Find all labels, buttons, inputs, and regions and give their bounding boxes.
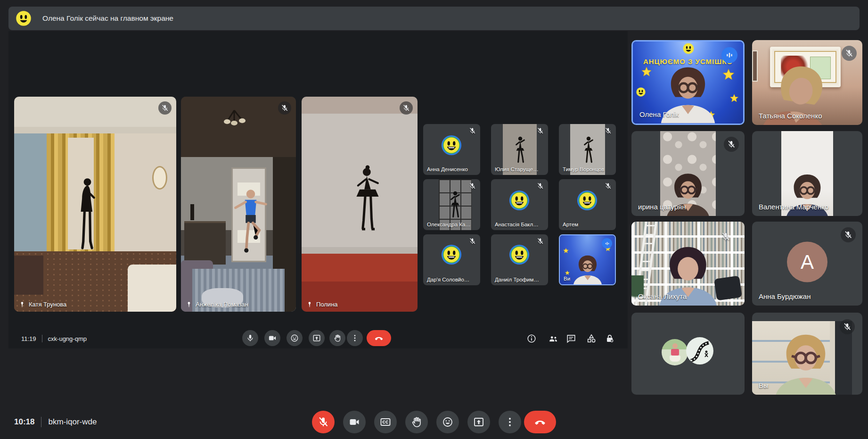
present-icon	[473, 416, 484, 428]
grid-tile-anna-denysenko[interactable]: Анна Денисенко	[423, 124, 480, 175]
grid-tile-anastasiya[interactable]: Анастасія Бакл…	[491, 179, 548, 230]
emoji-icon	[290, 334, 299, 342]
equalizer-icon	[725, 50, 734, 60]
raise-hand-icon	[333, 334, 342, 342]
grid-tile-oleksandra[interactable]: Олександра Ка…	[423, 179, 480, 230]
sidebar-tile-valentyna[interactable]: Валентина Марченко	[752, 131, 862, 216]
smiley-avatar	[508, 190, 530, 211]
muted-mic-badge	[842, 46, 857, 61]
pin-icon	[306, 301, 313, 308]
inner-present-button[interactable]	[309, 330, 325, 346]
star-decor	[721, 68, 736, 82]
video-polina	[302, 97, 418, 312]
pinned-tile-polina[interactable]: Полина	[302, 97, 418, 312]
katya-figure	[69, 161, 102, 272]
mic-off-icon	[537, 182, 544, 190]
muted-mic-badge	[278, 101, 291, 115]
inner-camera-button[interactable]	[264, 330, 280, 346]
muted-mic-badge	[841, 227, 856, 242]
mic-off-icon	[721, 232, 730, 241]
participant-name: Вы	[759, 381, 769, 389]
speaking-indicator	[602, 238, 612, 248]
self-bust	[570, 252, 605, 285]
participant-name: Полина	[316, 301, 338, 308]
end-call-icon	[374, 333, 384, 343]
group-avatar-logo	[686, 337, 713, 364]
chat-panel-icon[interactable]	[566, 333, 576, 344]
end-call-icon	[534, 416, 546, 428]
mic-off-icon	[537, 127, 544, 134]
mic-off-icon	[537, 238, 544, 245]
camera-button[interactable]	[343, 411, 366, 433]
grid-tile-yuliya[interactable]: Юлия Старуще…	[491, 124, 548, 175]
grid-tile-danyil[interactable]: Даниіл Трофим…	[491, 234, 548, 285]
star-decor	[729, 93, 739, 104]
divider	[41, 417, 41, 427]
sidebar-tile-group[interactable]	[631, 313, 745, 395]
people-panel-icon[interactable]	[548, 333, 558, 344]
sidebar-tile-tatyana[interactable]: Татьяна Соколенко	[752, 40, 862, 125]
dancer-figure	[447, 186, 463, 226]
participant-name: ирина цатурян	[638, 203, 686, 211]
mic-off-icon	[605, 127, 612, 134]
presenting-banner: Олена Голік сейчас на главном экране	[8, 7, 860, 30]
inner-raise-hand-button[interactable]	[329, 330, 345, 346]
mic-off-icon	[844, 231, 852, 239]
speaking-indicator	[721, 47, 737, 63]
inner-mic-button[interactable]	[242, 330, 258, 346]
mic-off-icon	[281, 104, 288, 112]
camera-icon	[268, 334, 277, 342]
mic-off-icon	[402, 104, 410, 112]
sidebar-tile-self[interactable]: Вы	[752, 313, 862, 395]
screen-share-region[interactable]: Катя Трунова	[8, 31, 628, 348]
present-button[interactable]	[467, 411, 490, 433]
captions-button[interactable]	[374, 411, 397, 433]
inner-more-button[interactable]	[347, 330, 363, 346]
captions-icon	[380, 416, 391, 428]
sidebar-tile-anna-burdiuzhan[interactable]: A Анна Бурдюжан	[752, 222, 862, 306]
end-call-button[interactable]	[524, 411, 556, 433]
group-avatar-photo	[662, 339, 688, 365]
meeting-details-icon[interactable]	[526, 333, 537, 344]
inner-emoji-button[interactable]	[287, 330, 303, 346]
equalizer-icon	[604, 240, 610, 247]
mic-off-icon	[469, 182, 476, 190]
mic-off-icon	[605, 182, 612, 190]
pinned-tile-anzhelika[interactable]: Анжеліка Помазан	[181, 97, 296, 312]
sidebar-tile-olena[interactable]: АНЦЮЄМО З УСМІШКО Олена Голік	[631, 40, 745, 125]
raise-hand-icon	[410, 416, 423, 428]
presenting-banner-text: Олена Голік сейчас на главном экране	[42, 14, 173, 23]
smiley-decor	[682, 42, 695, 55]
smiley-avatar	[576, 190, 598, 211]
more-options-button[interactable]	[499, 411, 521, 433]
presenter-smiley-avatar	[15, 10, 32, 27]
emoji-button[interactable]	[436, 411, 459, 433]
meet-window: Олена Голік сейчас на главном экране	[0, 0, 868, 439]
grid-tile-self[interactable]: Ви	[559, 234, 616, 285]
mic-off-icon	[843, 323, 852, 331]
grid-tile-tymur[interactable]: Тимур Воронцов	[559, 124, 616, 175]
inner-end-call-button[interactable]	[367, 330, 391, 346]
divider	[42, 335, 42, 342]
pin-icon	[19, 301, 25, 308]
ceiling-lamp	[221, 109, 247, 128]
mic-button-muted[interactable]	[312, 411, 335, 433]
letter-avatar: A	[787, 242, 827, 282]
mic-off-icon	[318, 416, 329, 428]
muted-mic-badge	[158, 101, 172, 115]
anzhelika-figure	[229, 182, 272, 272]
activities-icon[interactable]	[586, 333, 597, 344]
grid-tile-darya[interactable]: Дар'я Соловйо…	[423, 234, 480, 285]
pinned-tile-katya[interactable]: Катя Трунова	[14, 97, 176, 312]
raise-hand-button[interactable]	[405, 411, 428, 433]
participant-name: Олександра Ка…	[427, 222, 471, 227]
sidebar-tile-oksana[interactable]: Оксана Лихута	[631, 222, 745, 306]
sidebar-tile-iryna[interactable]: ирина цатурян	[631, 131, 745, 216]
muted-mic-badge	[724, 137, 739, 152]
mic-icon	[246, 334, 254, 342]
host-controls-icon[interactable]	[605, 333, 615, 344]
inner-meeting-meta: 11:19 cxk-ugng-qmp	[21, 333, 87, 344]
smiley-decor	[636, 87, 646, 97]
grid-tile-artem[interactable]: Артем	[559, 179, 616, 230]
star-decor	[563, 248, 569, 254]
